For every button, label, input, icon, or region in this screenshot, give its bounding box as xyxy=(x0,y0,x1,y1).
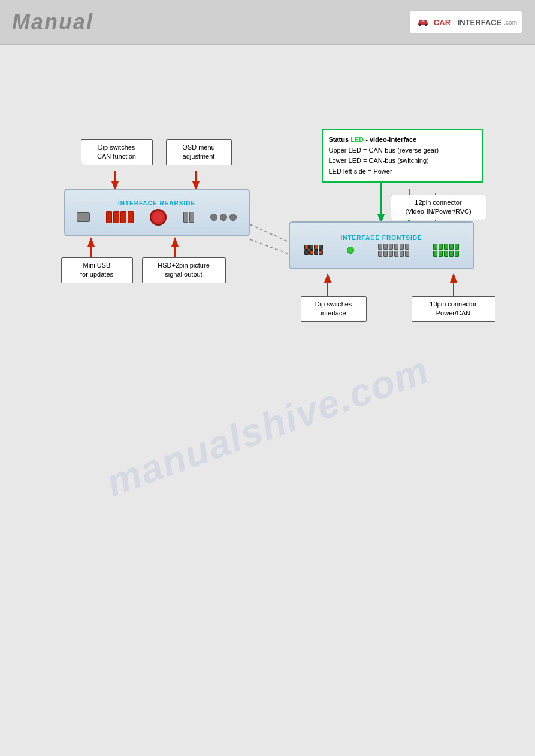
main-content: manualshive.com xyxy=(0,45,535,368)
dip-switches-interface-line2: interface xyxy=(306,309,361,318)
conn-pin-9 xyxy=(389,251,393,257)
logo-separator: · xyxy=(453,18,455,27)
dip-f-2 xyxy=(309,245,313,250)
conn-pin-2 xyxy=(383,244,388,250)
conn-pin-11 xyxy=(400,251,404,257)
status-line3: Lower LED = CAN-bus (switching) xyxy=(329,156,476,166)
logo-container: CAR · INTERFACE .com xyxy=(409,10,523,34)
hsd-connector-icon xyxy=(183,212,194,223)
hsd-2pin-line2: signal output xyxy=(147,270,220,279)
connector-10pin-line2: Power/CAN xyxy=(417,309,490,318)
dip-f-8 xyxy=(319,250,323,255)
conn-10pin-2 xyxy=(439,244,443,250)
conn-10pin-6 xyxy=(433,251,437,257)
mini-usb-line2: for updates xyxy=(67,270,128,279)
label-dip-switches-can: Dip switches CAN function xyxy=(81,139,153,165)
label-10pin-connector: 10pin connector Power/CAN xyxy=(412,296,495,322)
conn-10pin-8 xyxy=(444,251,448,257)
watermark: manualshive.com xyxy=(100,347,434,505)
dip-switch-1 xyxy=(106,211,112,223)
logo-dot-text: .com xyxy=(504,19,517,26)
connector-12pin-line2: (Video-IN/Power/RVC) xyxy=(396,207,481,216)
conn-10pin-7 xyxy=(439,251,443,257)
label-12pin-connector: 12pin connector (Video-IN/Power/RVC) xyxy=(391,195,486,220)
label-mini-usb: Mini USB for updates xyxy=(61,257,133,283)
conn-pin-10 xyxy=(394,251,398,257)
status-line2: Upper LED = CAN-bus (reverse gear) xyxy=(329,145,476,156)
conn-pin-3 xyxy=(389,244,393,250)
circle-1 xyxy=(210,214,217,221)
osd-menu-line2: adjustment xyxy=(171,152,226,161)
status-line4: LED left side = Power xyxy=(329,166,476,177)
rearside-components xyxy=(65,209,249,226)
dip-row-1 xyxy=(304,245,323,250)
connector-10pin-row-2 xyxy=(433,251,459,257)
rotary-knob-icon xyxy=(150,209,167,226)
label-dip-switches-interface: Dip switches interface xyxy=(301,296,367,322)
svg-line-2 xyxy=(250,224,290,242)
dip-row-2 xyxy=(304,250,323,255)
hsd-pin-1 xyxy=(183,212,188,223)
status-box: Status LED - video-interface Upper LED =… xyxy=(322,129,483,183)
frontside-components xyxy=(290,244,473,257)
connector-12pin-line1: 12pin connector xyxy=(396,198,481,207)
connector-row-1 xyxy=(378,244,409,250)
svg-line-3 xyxy=(250,239,290,254)
dip-switches-can-line1: Dip switches xyxy=(86,143,147,152)
conn-10pin-1 xyxy=(433,244,437,250)
osd-menu-line1: OSD menu xyxy=(171,143,226,152)
conn-10pin-5 xyxy=(455,244,459,250)
label-osd-menu: OSD menu adjustment xyxy=(166,139,232,165)
dip-f-3 xyxy=(314,245,318,250)
small-circles-icon xyxy=(210,214,237,221)
connector-row-2 xyxy=(378,251,409,257)
conn-10pin-4 xyxy=(449,244,454,250)
dip-switch-group xyxy=(106,211,134,223)
conn-pin-7 xyxy=(378,251,382,257)
connector-12pin-visual xyxy=(378,244,409,257)
hsd-pin-2 xyxy=(189,212,194,223)
label-hsd-2pin: HSD+2pin picture signal output xyxy=(142,257,226,283)
connector-10pin-visual xyxy=(433,244,459,257)
led-word: LED xyxy=(350,136,364,143)
dip-switch-front-group xyxy=(304,245,323,255)
rearside-device: INTERFACE REARSIDE xyxy=(64,189,250,236)
status-line1: Status LED - video-interface xyxy=(329,135,476,145)
circle-3 xyxy=(229,214,237,221)
circle-2 xyxy=(220,214,227,221)
dip-switch-4 xyxy=(128,211,134,223)
conn-10pin-10 xyxy=(455,251,459,257)
svg-point-1 xyxy=(425,24,427,26)
conn-pin-5 xyxy=(400,244,404,250)
page-title: Manual xyxy=(12,10,93,35)
header: Manual CAR · INTERFACE .com xyxy=(0,0,535,45)
logo-box: CAR · INTERFACE .com xyxy=(409,10,523,34)
frontside-label: INTERFACE FRONTSIDE xyxy=(340,235,422,241)
svg-point-0 xyxy=(419,24,421,26)
conn-pin-1 xyxy=(378,244,382,250)
dip-switch-3 xyxy=(120,211,126,223)
logo-icon xyxy=(415,14,431,31)
dip-f-6 xyxy=(309,250,313,255)
conn-pin-12 xyxy=(405,251,409,257)
dip-f-4 xyxy=(319,245,323,250)
usb-port-icon xyxy=(77,212,90,222)
conn-10pin-9 xyxy=(449,251,454,257)
conn-10pin-3 xyxy=(444,244,448,250)
dip-f-7 xyxy=(314,250,318,255)
mini-usb-line1: Mini USB xyxy=(67,261,128,270)
logo-interface-text: INTERFACE xyxy=(458,18,502,27)
connector-10pin-line1: 10pin connector xyxy=(417,300,490,309)
connector-10pin-row-1 xyxy=(433,244,459,250)
conn-pin-6 xyxy=(405,244,409,250)
conn-pin-4 xyxy=(394,244,398,250)
dip-switches-can-line2: CAN function xyxy=(86,152,147,161)
conn-pin-8 xyxy=(383,251,388,257)
rearside-label: INTERFACE REARSIDE xyxy=(118,200,195,207)
frontside-device: INTERFACE FRONTSIDE xyxy=(289,221,474,269)
dip-f-5 xyxy=(304,250,309,255)
diagram-area: Status LED - video-interface Upper LED =… xyxy=(28,129,507,356)
dip-switches-interface-line1: Dip switches xyxy=(306,300,361,309)
hsd-2pin-line1: HSD+2pin picture xyxy=(147,261,220,270)
dip-switch-2 xyxy=(113,211,119,223)
